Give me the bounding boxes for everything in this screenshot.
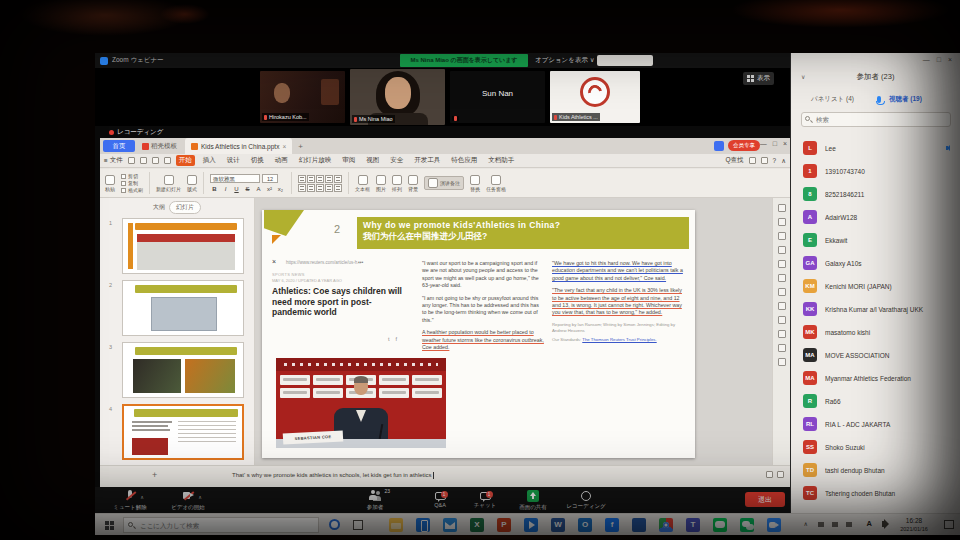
- new-slide-button[interactable]: 新建幻灯片: [156, 175, 181, 192]
- tab-home[interactable]: 开始: [176, 155, 195, 166]
- participant-row[interactable]: L Lee: [791, 137, 960, 160]
- speaker-notes-button[interactable]: 演讲备注: [424, 176, 464, 190]
- slide-thumbnail-4-selected[interactable]: [122, 404, 244, 460]
- slides-tab[interactable]: 幻灯片: [169, 201, 201, 214]
- slide-thumbnail-3[interactable]: [122, 342, 244, 398]
- layers-pane-icon[interactable]: [778, 330, 786, 338]
- participant-row[interactable]: KM Kenichi MORI (JAPAN): [791, 275, 960, 298]
- app-store[interactable]: [524, 518, 538, 532]
- layout-button[interactable]: 版式: [187, 175, 197, 192]
- wps-document-tab[interactable]: Kids Athletics in China.pptx ×: [185, 138, 292, 154]
- arrange-button[interactable]: 排列: [392, 175, 402, 192]
- app-your-phone[interactable]: [416, 518, 430, 532]
- bullet-list-icon[interactable]: [298, 184, 306, 192]
- close-button[interactable]: ×: [783, 140, 787, 147]
- redo-icon[interactable]: [164, 157, 171, 164]
- minimize-button[interactable]: —: [760, 140, 767, 147]
- strikethrough-button[interactable]: S: [243, 184, 252, 193]
- comment-pane-icon[interactable]: [778, 274, 786, 282]
- tab-insert[interactable]: 插入: [200, 155, 219, 166]
- bold-button[interactable]: B: [210, 184, 219, 193]
- tab-panelists[interactable]: パネリスト (4): [811, 95, 854, 104]
- app-outlook[interactable]: O: [578, 518, 592, 532]
- help-icon[interactable]: ?: [773, 157, 777, 164]
- tray-network-icon[interactable]: [832, 522, 838, 527]
- line-spacing-icon[interactable]: [334, 175, 342, 183]
- video-tile-hirokazu[interactable]: Hirokazu Kob...: [260, 71, 345, 123]
- tab-doc-assistant[interactable]: 文档助手: [485, 155, 517, 166]
- tab-view[interactable]: 视图: [363, 155, 382, 166]
- outline-pane-icon[interactable]: [778, 288, 786, 296]
- italic-button[interactable]: I: [221, 184, 230, 193]
- participant-row[interactable]: SS Shoko Suzuki: [791, 436, 960, 459]
- number-list-icon[interactable]: [307, 184, 315, 192]
- zoom-fit-icon[interactable]: [766, 471, 773, 478]
- template-pane-icon[interactable]: [778, 302, 786, 310]
- speaker-notes-text[interactable]: That' s why we promote kids athletics in…: [232, 472, 434, 479]
- taskbar-search-input[interactable]: [123, 517, 319, 533]
- align-right-icon[interactable]: [316, 175, 324, 183]
- close-button[interactable]: ×: [948, 56, 952, 63]
- wps-home-tab[interactable]: 首页: [103, 140, 135, 152]
- start-video-button[interactable]: ∧ ビデオの開始: [163, 490, 213, 511]
- record-button[interactable]: レコーディング: [558, 490, 614, 510]
- participant-row[interactable]: GA Galaxy A10s: [791, 252, 960, 275]
- participants-button[interactable]: 23 参加者: [348, 490, 402, 511]
- gallery-view-button[interactable]: 表示: [743, 72, 774, 85]
- tray-battery-icon[interactable]: [846, 522, 852, 527]
- tab-attendees[interactable]: 視聴者 (19): [889, 95, 922, 104]
- tab-design[interactable]: 设计: [224, 155, 243, 166]
- replace-button[interactable]: 替换: [470, 175, 480, 192]
- participant-row[interactable]: TD tashi dendup Bhutan: [791, 459, 960, 482]
- more-tools-icon[interactable]: [778, 358, 786, 366]
- transition-icon[interactable]: [778, 232, 786, 240]
- app-mail[interactable]: [443, 518, 457, 532]
- paste-button[interactable]: 粘贴: [105, 175, 115, 192]
- share-icon[interactable]: [749, 157, 756, 164]
- font-color-button[interactable]: A: [254, 184, 263, 193]
- view-mode-icon[interactable]: [777, 471, 784, 478]
- tray-status-icon[interactable]: [818, 522, 824, 527]
- close-tab-icon[interactable]: ×: [282, 143, 286, 150]
- columns-icon[interactable]: [334, 184, 342, 192]
- settings-icon[interactable]: [778, 344, 786, 352]
- leave-button[interactable]: 退出: [745, 492, 785, 507]
- start-button[interactable]: [105, 521, 109, 525]
- tab-slideshow[interactable]: 幻灯片放映: [296, 155, 335, 166]
- format-painter-button[interactable]: 格式刷: [121, 187, 143, 193]
- participant-row[interactable]: 8 82521846211: [791, 183, 960, 206]
- animation-icon[interactable]: [778, 218, 786, 226]
- app-teams[interactable]: T: [686, 518, 700, 532]
- align-left-icon[interactable]: [298, 175, 306, 183]
- ime-indicator[interactable]: A: [867, 519, 872, 528]
- find-button[interactable]: Q查找: [726, 156, 744, 165]
- account-avatar[interactable]: [714, 141, 724, 151]
- app-facebook[interactable]: f: [605, 518, 619, 532]
- tab-review[interactable]: 审阅: [339, 155, 358, 166]
- app-explorer[interactable]: [389, 518, 403, 532]
- font-size-select[interactable]: 12: [262, 174, 278, 183]
- tab-security[interactable]: 安全: [387, 155, 406, 166]
- tray-expand-icon[interactable]: ∧: [804, 520, 808, 527]
- tab-special-apps[interactable]: 特色应用: [448, 155, 480, 166]
- tab-animation[interactable]: 动画: [272, 155, 291, 166]
- minimize-button[interactable]: —: [923, 56, 930, 63]
- task-view-button[interactable]: [353, 520, 363, 530]
- participant-row[interactable]: A AdairW128: [791, 206, 960, 229]
- font-name-select[interactable]: 微软雅黑: [210, 174, 260, 183]
- comment-icon[interactable]: [761, 157, 768, 164]
- save-icon[interactable]: [128, 157, 135, 164]
- wps-template-tab[interactable]: 稻壳模板: [142, 142, 177, 151]
- indent-icon[interactable]: [316, 184, 324, 192]
- participant-row[interactable]: MA MOVE ASSOCIATION: [791, 344, 960, 367]
- maximize-button[interactable]: □: [937, 56, 941, 63]
- underline-button[interactable]: U: [232, 184, 241, 193]
- notification-center-icon[interactable]: [944, 520, 954, 529]
- app-line[interactable]: [713, 518, 727, 532]
- cut-button[interactable]: 剪切: [121, 173, 143, 179]
- taskbar-clock[interactable]: 16:28 2021/01/16: [890, 516, 938, 533]
- current-slide[interactable]: 2 Why do we promote Kids'Athletics in Ch…: [262, 210, 695, 458]
- outline-tab[interactable]: 大纲: [153, 203, 165, 212]
- subscript-button[interactable]: x₂: [276, 184, 285, 193]
- unmute-button[interactable]: ∧ ミュート解除: [105, 490, 155, 511]
